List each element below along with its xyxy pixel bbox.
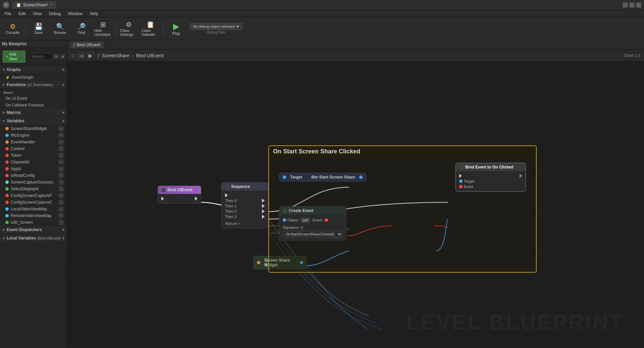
sidebar-top: + Add New 👁 ▼ xyxy=(0,48,67,66)
variables-list: ScreenShareWidget ≡ RtcEngine ≡ EventHan… xyxy=(0,125,67,226)
compile-button[interactable]: ⚙ Compile xyxy=(3,19,23,39)
btn-out-pin xyxy=(359,176,363,179)
nav-path-1: ScreenShare xyxy=(102,53,129,58)
ce-object-pin xyxy=(283,218,286,222)
var-name: ScreenCaptureSourceLi xyxy=(11,180,54,185)
seq-then3-pin xyxy=(262,215,265,219)
maximize-button[interactable]: □ xyxy=(629,2,635,8)
var-name: ConfigScreenCaptureF xyxy=(11,193,52,198)
sidebar-item-var-localvideoviewmap[interactable]: LocalVideoViewMap ≡ xyxy=(0,206,67,212)
var-name: ScreenShareWidget xyxy=(11,126,47,131)
blueprint-canvas[interactable]: ⬛ Bind UIEvent ⬛ Sequence xyxy=(67,62,644,348)
sidebar-item-var-screencapturesourceli[interactable]: ScreenCaptureSourceLi ≡ xyxy=(0,179,67,186)
ce-object-row: Object self Event xyxy=(283,217,342,223)
sidebar-item-var-isreadconfig[interactable]: isReadConfig ≡ xyxy=(0,172,67,179)
canvas-wrapper: ƒ Bind UIEvent ☆ ◀ ▶ ƒ ScreenShare > Bin… xyxy=(67,40,644,348)
macros-section-header[interactable]: ▼ Macros + xyxy=(0,109,67,117)
var-color-pin xyxy=(5,194,9,197)
menu-file[interactable]: File xyxy=(1,11,14,17)
bind-uievent-node[interactable]: ⬛ Bind UIEvent xyxy=(158,186,201,204)
event-dispatchers-header[interactable]: ▼ Event Dispatchers + xyxy=(0,226,67,234)
nav-path-2: Bind UIEvent xyxy=(136,53,164,58)
add-variable-button[interactable]: + xyxy=(62,118,65,124)
tab-close[interactable]: × xyxy=(50,3,52,7)
sidebar-item-var-rtcengine[interactable]: RtcEngine ≡ xyxy=(0,132,67,139)
browse-button[interactable]: 🔍 Browse xyxy=(50,19,70,39)
var-name: isReadConfig xyxy=(11,173,35,178)
add-function-button[interactable]: + xyxy=(62,82,65,87)
window-controls: − □ × xyxy=(623,2,641,8)
var-color-pin xyxy=(5,187,9,191)
bookmark-button[interactable]: ☆ xyxy=(70,52,76,59)
sidebar-item-onuievent[interactable]: On UI Event xyxy=(0,95,67,102)
sidebar: My Blueprint + Add New 👁 ▼ ▼ Graphs + ⚡ … xyxy=(0,40,67,348)
ce-self-val: self xyxy=(301,217,310,223)
sidebar-item-oncallback[interactable]: On Callback Function xyxy=(0,102,67,109)
find-label: Find xyxy=(78,30,85,34)
bind-uievent-exec-row xyxy=(161,196,198,201)
visibility-toggle[interactable]: 👁 xyxy=(54,54,59,60)
sidebar-item-var-selectdisplayid[interactable]: SelectDisplayId ≡ xyxy=(0,186,67,192)
class-settings-button[interactable]: ⚙ Class Settings xyxy=(119,19,139,39)
sidebar-item-var-remotevideoviewmap[interactable]: RemoteVideoViewMap ≡ xyxy=(0,212,67,219)
add-pin-label[interactable]: Add pin + xyxy=(225,221,241,225)
sidebar-item-var-configscreencapturef[interactable]: ConfigScreenCaptureF ≡ xyxy=(0,192,67,199)
function-icon: ƒ xyxy=(97,53,100,58)
title-tab[interactable]: 📋 ScreenShare* × xyxy=(12,1,56,9)
var-color-pin xyxy=(5,221,9,224)
find-button[interactable]: 🔎 Find xyxy=(71,19,92,39)
var-color-pin xyxy=(5,181,9,184)
sidebar-item-eventgraph[interactable]: ⚡ EventGraph xyxy=(0,74,67,81)
menu-help[interactable]: Help xyxy=(87,11,102,17)
btn-screen-share-node[interactable]: Target Btn Start Screen Share xyxy=(279,173,366,182)
class-defaults-button[interactable]: 📋 Class Defaults xyxy=(140,19,160,39)
hide-unrelated-button[interactable]: ⊞ Hide Unrelated xyxy=(93,19,113,39)
menu-view[interactable]: View xyxy=(30,11,45,17)
sidebar-item-var-token[interactable]: Token ≡ xyxy=(0,152,67,159)
functions-section-header[interactable]: ▼ Functions (17 Overridable) + xyxy=(0,81,67,89)
breadcrumb-tab[interactable]: ƒ Bind UIEvent xyxy=(70,42,104,48)
save-button[interactable]: 💾 Save xyxy=(29,19,49,39)
sidebar-item-var-uid_screen[interactable]: UID_Screen ≡ xyxy=(0,219,67,226)
sequence-label: Sequence xyxy=(231,184,250,189)
graphs-section-header[interactable]: ▼ Graphs + xyxy=(0,66,67,74)
debug-object-dropdown[interactable]: No debug object selected ▼ xyxy=(190,23,243,30)
forward-button[interactable]: ▶ xyxy=(87,52,94,59)
search-input[interactable] xyxy=(29,53,52,60)
class-settings-icon: ⚙ xyxy=(126,21,132,28)
local-variables-header[interactable]: ▼ Local Variables (Bind UIEvent) + xyxy=(0,234,67,242)
back-button[interactable]: ◀ xyxy=(78,52,85,59)
sidebar-item-var-configscreencpaturec[interactable]: ConfigScreenCpatureC ≡ xyxy=(0,199,67,206)
menu-window[interactable]: Window xyxy=(65,11,86,17)
filter-btn[interactable]: ▼ xyxy=(60,54,65,60)
create-event-node[interactable]: ⬛ Create Event Object self Event Signatu… xyxy=(279,206,346,240)
var-name: LocalVideoViewMap xyxy=(11,207,47,211)
add-lv-button[interactable]: + xyxy=(62,235,65,241)
sidebar-item-var-eventhandler[interactable]: EventHandler ≡ xyxy=(0,139,67,145)
sidebar-item-var-screensharewidget[interactable]: ScreenShareWidget ≡ xyxy=(0,125,67,132)
ce-func-dropdown[interactable]: OnStartScreenShareClicked() xyxy=(283,231,342,237)
menu-debug[interactable]: Debug xyxy=(46,11,64,17)
add-ed-button[interactable]: + xyxy=(62,227,65,232)
add-graph-button[interactable]: + xyxy=(62,67,65,72)
bind-clicked-node[interactable]: ⬛ Bind Event to On Clicked Target xyxy=(455,163,526,192)
menu-edit[interactable]: Edit xyxy=(15,11,29,17)
sidebar-item-var-context[interactable]: Context ≡ xyxy=(0,145,67,152)
var-color-pin xyxy=(5,140,9,144)
variables-collapse-icon: ▼ xyxy=(2,119,5,123)
var-color-pin xyxy=(5,167,9,170)
sidebar-item-var-channelid[interactable]: ChannelId ≡ xyxy=(0,159,67,165)
functions-collapse-icon: ▼ xyxy=(2,83,5,87)
add-new-button[interactable]: + Add New xyxy=(3,51,25,63)
add-macro-button[interactable]: + xyxy=(62,110,65,115)
sidebar-item-var-appid[interactable]: Appid ≡ xyxy=(0,165,67,172)
play-button[interactable]: ▶ Play xyxy=(166,19,186,39)
close-window-button[interactable]: × xyxy=(636,2,641,8)
debug-filter-label: Debug Filter xyxy=(190,30,243,34)
my-blueprint-header[interactable]: My Blueprint xyxy=(0,40,67,48)
var-name: EventHandler xyxy=(11,140,35,144)
variables-section-header[interactable]: ▼ Variables + xyxy=(0,117,67,125)
add-new-plus-icon: + xyxy=(6,54,8,59)
minimize-button[interactable]: − xyxy=(623,2,628,8)
sequence-node[interactable]: ⬛ Sequence Then 0 Then 1 xyxy=(221,182,268,228)
